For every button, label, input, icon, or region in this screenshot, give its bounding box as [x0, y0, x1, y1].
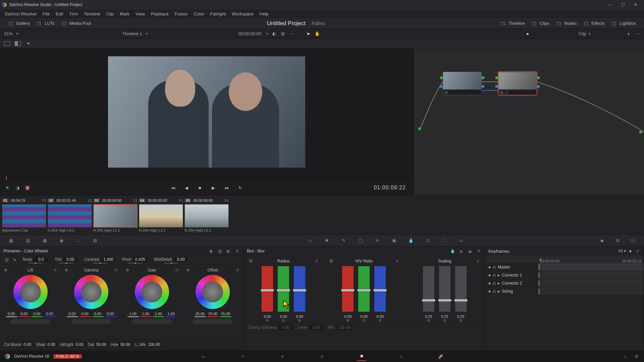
- blur-mode-mist-icon[interactable]: ◒: [467, 248, 473, 254]
- node-01-out-b[interactable]: [482, 85, 484, 88]
- graph-input-port[interactable]: [418, 127, 421, 130]
- play-button[interactable]: ▶: [210, 184, 217, 191]
- node-options-icon[interactable]: ⋯: [635, 31, 640, 37]
- bars-mode-icon[interactable]: ▥: [217, 248, 222, 254]
- offset-master-jog[interactable]: [193, 319, 232, 324]
- timeline-name[interactable]: Timeline 1: [122, 31, 142, 36]
- radius-b-slider[interactable]: [294, 266, 305, 312]
- clip-03[interactable]: 0300:00:00:00V1H.264 High L5.2: [93, 197, 138, 234]
- graph-output-port[interactable]: [639, 131, 642, 133]
- node-01-in-b[interactable]: [440, 85, 443, 88]
- next-clip-button[interactable]: ⏭: [223, 184, 230, 191]
- menu-mark[interactable]: Mark: [120, 11, 129, 16]
- adj2-lmix[interactable]: 100.00: [146, 342, 162, 347]
- hvratio-link-icon[interactable]: ⛓: [329, 259, 333, 263]
- radius-g-slider[interactable]: [278, 266, 289, 312]
- toggle-luts[interactable]: ▢LUTs: [33, 19, 58, 27]
- hvratio-reset-icon[interactable]: ↺: [395, 259, 399, 263]
- window-icon[interactable]: ◯: [357, 237, 364, 244]
- tracker-icon[interactable]: ✢: [374, 237, 381, 244]
- split-screen-icon[interactable]: ⊞: [280, 31, 286, 37]
- menu-fairlight[interactable]: Fairlight: [210, 11, 226, 16]
- adj2-hilight[interactable]: 0.00: [73, 342, 85, 347]
- gamma-color-wheel[interactable]: [74, 275, 108, 309]
- clip-02[interactable]: 0200:03:01:48V1H.264 High L4.2: [48, 197, 92, 234]
- radius-link-icon[interactable]: ⛓: [249, 259, 253, 263]
- blur-icon[interactable]: 💧: [407, 237, 415, 244]
- viewer-mode-a-icon[interactable]: [4, 41, 10, 46]
- toggle-media-pool[interactable]: ▢Media Pool: [58, 19, 95, 27]
- adjust-temp[interactable]: 0.0: [34, 257, 48, 262]
- blur-mix[interactable]: 100.00: [336, 325, 353, 330]
- step-back-button[interactable]: ◀: [183, 184, 190, 191]
- menu-edit[interactable]: Edit: [56, 11, 63, 16]
- gain-reset-icon[interactable]: ↺: [175, 268, 178, 273]
- gamma-master-jog[interactable]: [71, 319, 111, 324]
- window-minimize-button[interactable]: —: [604, 0, 616, 9]
- adjust-contrast[interactable]: 1.000: [101, 257, 115, 262]
- scaling-r-slider[interactable]: [423, 266, 434, 312]
- offset-color-wheel[interactable]: [196, 275, 230, 309]
- node-02-out-b[interactable]: [537, 85, 540, 88]
- motion-effects-icon[interactable]: ▤: [91, 237, 99, 244]
- unmix-icon[interactable]: ◑: [15, 185, 20, 190]
- menu-view[interactable]: View: [136, 11, 145, 16]
- node-02[interactable]: 02 ◯: [498, 72, 537, 95]
- menu-trim[interactable]: Trim: [69, 11, 78, 16]
- scaling-reset-icon[interactable]: ↺: [476, 259, 479, 263]
- menu-file[interactable]: File: [43, 11, 50, 16]
- curves-icon[interactable]: ∿: [307, 237, 314, 244]
- node-01-out-g[interactable]: [482, 76, 484, 79]
- gain-master-jog[interactable]: [132, 319, 172, 324]
- prev-clip-button[interactable]: ⏮: [169, 184, 177, 191]
- adj2-shad[interactable]: 0.00: [45, 342, 57, 347]
- edit-page-button[interactable]: ≡: [278, 352, 287, 361]
- blur-mode-sharpen-icon[interactable]: ▲: [459, 248, 464, 254]
- gain-color-wheel[interactable]: [135, 275, 169, 309]
- hdr-wheels-icon[interactable]: ◉: [58, 237, 65, 244]
- toggle-effects[interactable]: ▢Effects: [580, 19, 608, 27]
- wheels-mode-icon[interactable]: ◉: [208, 248, 214, 254]
- log-mode-icon[interactable]: ◐: [226, 248, 231, 254]
- adj2-sat[interactable]: 50.00: [94, 342, 108, 347]
- 3d-icon[interactable]: ▭: [458, 237, 465, 244]
- sizing-icon[interactable]: ⛶: [441, 237, 448, 244]
- menu-help[interactable]: Help: [260, 11, 269, 16]
- kf-row-corrector-2[interactable]: ●◇▸Corrector 2: [485, 279, 644, 287]
- color-checker-icon[interactable]: ▥: [24, 237, 32, 244]
- blur-reset-icon[interactable]: ↺: [476, 248, 481, 254]
- keyframes-mode-dropdown[interactable]: All ▾: [618, 249, 626, 253]
- toggle-gallery[interactable]: ▢Gallery: [5, 19, 33, 27]
- qualifier-icon[interactable]: ✎: [340, 237, 347, 244]
- window-close-button[interactable]: ✕: [629, 0, 642, 9]
- hvratio-g-slider[interactable]: [358, 266, 370, 312]
- gamma-reset-icon[interactable]: ↺: [114, 268, 118, 273]
- radius-reset-icon[interactable]: ↺: [315, 259, 318, 263]
- menu-clip[interactable]: Clip: [106, 11, 114, 16]
- primaries-reset-icon[interactable]: ↺: [234, 248, 240, 254]
- viewer-canvas[interactable]: [108, 56, 305, 168]
- offset-reset-icon[interactable]: ↺: [236, 268, 239, 273]
- keyframes-expand-icon[interactable]: ⤢: [635, 248, 640, 254]
- pointer-tool-icon[interactable]: ➤: [306, 31, 311, 37]
- blur-mode-blur-icon[interactable]: 💧: [450, 248, 455, 254]
- node-01[interactable]: 01: [443, 72, 482, 95]
- viewer-zoom-dropdown[interactable]: 31%▾: [4, 31, 18, 36]
- bypass-grades-icon[interactable]: 👁: [5, 185, 10, 190]
- toggle-clips[interactable]: ▢Clips: [528, 19, 553, 27]
- adj2-colboost[interactable]: 0.00: [21, 342, 33, 347]
- toggle-lightbox[interactable]: ▢Lightbox: [608, 19, 639, 27]
- node-02-in-b[interactable]: [495, 85, 498, 88]
- lift-color-wheel[interactable]: [13, 275, 48, 309]
- viewer-scrubber[interactable]: [0, 176, 413, 180]
- node-02-out-g[interactable]: [537, 76, 540, 79]
- menu-workspace[interactable]: Workspace: [232, 11, 254, 16]
- deliver-page-button[interactable]: 🚀: [436, 352, 445, 361]
- gain-picker-icon[interactable]: ✥: [126, 268, 129, 273]
- kf-row-corrector-1[interactable]: ●◇▸Corrector 1: [485, 271, 644, 279]
- mute-icon[interactable]: 🔇: [25, 185, 30, 190]
- fusion-page-button[interactable]: ⎊: [317, 352, 327, 361]
- blur-level[interactable]: 0.00: [309, 325, 323, 330]
- home-button[interactable]: ⌂: [623, 354, 628, 359]
- menu-davinci-resolve[interactable]: DaVinci Resolve: [5, 11, 37, 16]
